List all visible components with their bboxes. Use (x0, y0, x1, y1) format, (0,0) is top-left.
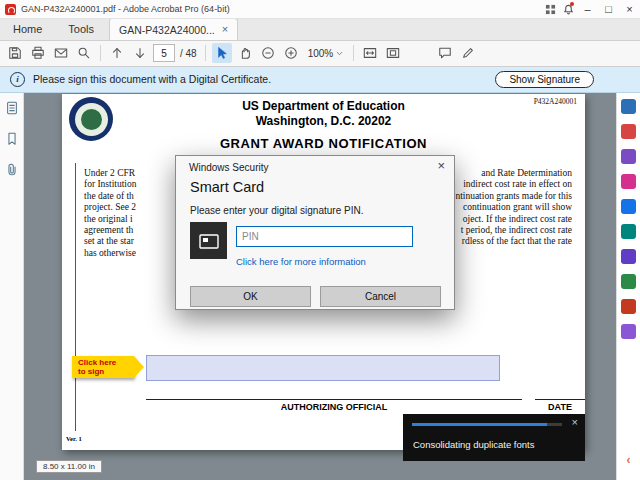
toolbar-divider (205, 45, 206, 61)
tool-protect-pdf-icon[interactable] (621, 324, 636, 339)
doc-heading: GRANT AWARD NOTIFICATION (62, 136, 585, 151)
paragraph-fragment: oject. If the indirect cost rate (463, 214, 572, 225)
tool-search-icon[interactable] (621, 99, 636, 114)
zoom-level-value: 100% (308, 48, 334, 59)
fit-width-button[interactable] (360, 43, 380, 63)
edit-button[interactable] (458, 43, 478, 63)
doc-title-line1: US Department of Education (62, 99, 585, 113)
paragraph-fragment: set at the star (84, 236, 134, 247)
form-border-line (75, 163, 76, 431)
zoom-out-button[interactable] (258, 43, 278, 63)
page-count-label: / 48 (180, 48, 197, 59)
paragraph-fragment: continuation grant will show (463, 202, 572, 213)
more-information-link[interactable]: Click here for more information (236, 256, 366, 267)
comment-button[interactable] (435, 43, 455, 63)
zoom-level-dropdown[interactable]: 100% (304, 44, 348, 62)
authorizing-signature-line (146, 399, 522, 400)
authorizing-official-label: AUTHORIZING OFFICIAL (146, 402, 522, 412)
toast-message: Consolidating duplicate fonts (413, 439, 534, 450)
maximize-button[interactable]: □ (598, 0, 619, 18)
toolbar: / 48 100% (0, 40, 640, 67)
paragraph-fragment: t period, the indirect cost rate (461, 225, 572, 236)
callout-line1: Click here (78, 358, 134, 367)
version-label: Ver. 1 (66, 435, 82, 442)
close-button[interactable]: × (619, 0, 640, 18)
show-signature-button[interactable]: Show Signature (495, 71, 594, 88)
tab-document[interactable]: GAN-P432A24000... × (109, 18, 238, 40)
previous-page-button[interactable] (107, 43, 127, 63)
toolbar-divider (353, 45, 354, 61)
window-title: GAN-P432A240001.pdf - Adobe Acrobat Pro … (21, 4, 230, 14)
tool-organize-pages-icon[interactable] (621, 224, 636, 239)
windows-security-dialog: Windows Security × Smart Card Please ent… (175, 155, 455, 310)
dialog-prompt: Please enter your digital signature PIN. (190, 205, 363, 216)
click-here-to-sign-callout[interactable]: Click here to sign (72, 356, 134, 378)
tools-panel-rail: ‹ (616, 92, 640, 480)
paragraph-fragment: ntinuation grants made for this (455, 191, 572, 202)
paragraph-fragment: for Institution (84, 179, 137, 190)
attachments-icon[interactable] (5, 163, 19, 181)
tab-document-label: GAN-P432A24000... (119, 24, 215, 36)
page-number-input[interactable] (153, 44, 175, 62)
paragraph-fragment: agreement th (84, 225, 133, 236)
cancel-button[interactable]: Cancel (320, 286, 441, 307)
left-panel-rail (0, 92, 24, 480)
titlebar: GAN-P432A240001.pdf - Adobe Acrobat Pro … (0, 0, 640, 19)
pin-input[interactable] (236, 226, 413, 247)
tab-home[interactable]: Home (0, 19, 55, 40)
acrobat-window: GAN-P432A240001.pdf - Adobe Acrobat Pro … (0, 0, 640, 480)
paragraph-fragment: Under 2 CFR (84, 168, 135, 179)
select-tool-button[interactable] (212, 43, 232, 63)
notifications-bell-icon[interactable] (559, 0, 577, 18)
smart-card-icon (190, 222, 227, 259)
tool-combine-files-icon[interactable] (621, 274, 636, 289)
toast-close-icon[interactable]: × (572, 417, 578, 428)
toolbar-divider (100, 45, 101, 61)
paragraph-fragment: the date of th (84, 191, 134, 202)
tool-fill-sign-icon[interactable] (621, 249, 636, 264)
page-size-indicator: 8.50 x 11.00 in (36, 460, 102, 473)
bell-badge (570, 2, 574, 6)
banner-message: Please sign this document with a Digital… (33, 73, 271, 85)
print-button[interactable] (28, 43, 48, 63)
paragraph-fragment: and Rate Determination (481, 168, 572, 179)
progress-track (412, 423, 562, 426)
paragraph-fragment: rdless of the fact that the rate (462, 236, 572, 247)
paragraph-fragment: project. See 2 (84, 202, 136, 213)
apps-grid-icon[interactable] (541, 0, 559, 18)
minimize-button[interactable]: – (577, 0, 598, 18)
tool-comment-icon[interactable] (621, 149, 636, 164)
search-button[interactable] (74, 43, 94, 63)
tool-create-pdf-icon[interactable] (621, 124, 636, 139)
hand-tool-button[interactable] (235, 43, 255, 63)
tool-edit-pdf-icon[interactable] (621, 174, 636, 189)
fit-page-button[interactable] (383, 43, 403, 63)
paragraph-fragment: indirect cost rate in effect on (463, 179, 572, 190)
signature-banner: i Please sign this document with a Digit… (0, 66, 640, 93)
chevron-down-icon (336, 50, 343, 57)
doc-title-line2: Washington, D.C. 20202 (62, 114, 585, 128)
collapse-tools-panel-icon[interactable]: ‹ (627, 454, 631, 466)
dialog-title: Windows Security (189, 162, 268, 173)
next-page-button[interactable] (130, 43, 150, 63)
zoom-in-button[interactable] (281, 43, 301, 63)
tabbar: Home Tools GAN-P432A24000... × (0, 18, 640, 41)
paragraph-fragment: the original i (84, 214, 133, 225)
progress-bar (412, 423, 547, 426)
save-button[interactable] (5, 43, 25, 63)
tool-export-pdf-icon[interactable] (621, 199, 636, 214)
signature-field[interactable] (146, 355, 500, 381)
paragraph-fragment: has otherwise (84, 248, 136, 259)
date-signature-line (535, 399, 585, 400)
ok-button[interactable]: OK (190, 286, 311, 307)
dialog-heading: Smart Card (190, 179, 264, 195)
email-button[interactable] (51, 43, 71, 63)
page-thumbnails-icon[interactable] (5, 101, 19, 119)
dialog-close-icon[interactable]: × (437, 159, 445, 172)
tool-compress-pdf-icon[interactable] (621, 299, 636, 314)
font-progress-toast: × Consolidating duplicate fonts (403, 414, 585, 461)
tab-tools[interactable]: Tools (55, 19, 107, 40)
bookmarks-icon[interactable] (5, 132, 19, 150)
tab-close-icon[interactable]: × (222, 24, 228, 35)
date-label: DATE (535, 402, 585, 412)
